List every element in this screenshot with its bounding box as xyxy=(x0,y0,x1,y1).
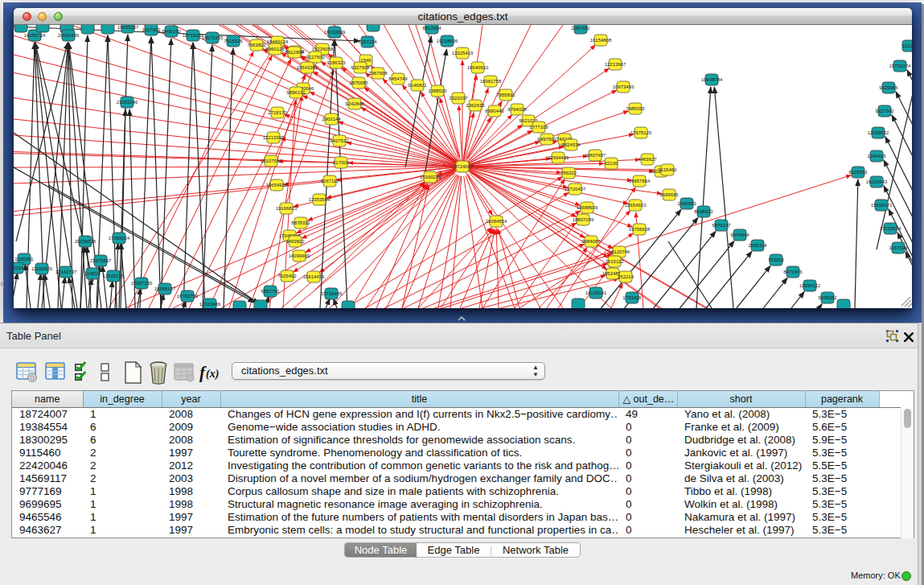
svg-text:9242848: 9242848 xyxy=(345,101,364,106)
svg-text:9146821: 9146821 xyxy=(408,83,427,88)
svg-text:19654935: 19654935 xyxy=(266,183,288,187)
svg-text:10107552: 10107552 xyxy=(261,159,282,163)
svg-text:10807487: 10807487 xyxy=(585,153,606,158)
svg-text:14120746: 14120746 xyxy=(609,249,630,254)
svg-text:15692971: 15692971 xyxy=(871,203,893,208)
svg-text:20691406: 20691406 xyxy=(58,33,80,38)
svg-text:19384554: 19384554 xyxy=(486,219,507,224)
svg-text:3186323: 3186323 xyxy=(326,60,346,65)
svg-text:252214: 252214 xyxy=(618,274,634,279)
svg-text:15751074: 15751074 xyxy=(889,64,911,68)
svg-text:1640953: 1640953 xyxy=(677,201,696,206)
svg-text:16033809: 16033809 xyxy=(324,30,346,35)
svg-text:2935114: 2935114 xyxy=(749,243,768,248)
svg-text:17359924: 17359924 xyxy=(109,236,130,241)
svg-text:11156829: 11156829 xyxy=(31,266,52,271)
svg-text:9699695: 9699695 xyxy=(659,192,679,197)
svg-text:1733426: 1733426 xyxy=(622,295,642,300)
svg-text:3322037: 3322037 xyxy=(449,96,468,101)
svg-text:9127503: 9127503 xyxy=(306,55,325,60)
svg-text:9327508: 9327508 xyxy=(351,65,370,70)
svg-text:10958107: 10958107 xyxy=(154,286,176,291)
svg-text:8938913: 8938913 xyxy=(694,209,713,214)
svg-text:2087682: 2087682 xyxy=(571,26,590,31)
svg-text:20364436: 20364436 xyxy=(548,155,569,160)
svg-text:3875685: 3875685 xyxy=(349,80,368,85)
svg-text:9794028: 9794028 xyxy=(507,107,527,112)
svg-text:2718170: 2718170 xyxy=(268,110,287,115)
svg-text:12505135: 12505135 xyxy=(103,274,125,278)
svg-text:12213967: 12213967 xyxy=(605,62,626,67)
svg-text:9427512: 9427512 xyxy=(330,138,349,143)
svg-text:17016514: 17016514 xyxy=(880,226,901,231)
svg-text:7515526: 7515526 xyxy=(224,39,243,43)
svg-text:3824534: 3824534 xyxy=(561,142,581,147)
svg-text:3493822: 3493822 xyxy=(285,239,305,244)
svg-text:12323466: 12323466 xyxy=(199,302,221,307)
svg-text:1777109: 1777109 xyxy=(529,125,548,130)
svg-text:7357224: 7357224 xyxy=(358,39,377,44)
svg-text:1362615: 1362615 xyxy=(466,103,485,108)
svg-text:12093822: 12093822 xyxy=(868,130,889,135)
svg-text:1244415: 1244415 xyxy=(867,154,886,159)
svg-text:16543362: 16543362 xyxy=(297,65,318,70)
svg-text:12213369: 12213369 xyxy=(263,135,285,140)
svg-text:8471676: 8471676 xyxy=(783,270,803,274)
svg-text:8960128: 8960128 xyxy=(265,47,285,51)
svg-text:16640910: 16640910 xyxy=(467,65,489,70)
svg-text:14136141: 14136141 xyxy=(585,290,607,295)
svg-text:17957255: 17957255 xyxy=(131,281,153,286)
svg-text:19166823: 19166823 xyxy=(276,206,298,211)
svg-text:114519: 114519 xyxy=(84,271,101,276)
svg-text:4463627: 4463627 xyxy=(638,157,657,162)
svg-text:39154: 39154 xyxy=(14,266,24,270)
svg-text:10654112: 10654112 xyxy=(799,283,821,288)
svg-text:1615112: 1615112 xyxy=(606,259,625,264)
svg-text:9115460: 9115460 xyxy=(659,167,678,172)
svg-text:15716485: 15716485 xyxy=(321,291,343,296)
svg-text:10688609: 10688609 xyxy=(577,205,598,210)
svg-text:6497503: 6497503 xyxy=(537,137,556,142)
svg-text:7955812: 7955812 xyxy=(496,93,515,97)
svg-text:62100: 62100 xyxy=(605,161,618,166)
svg-text:9245052: 9245052 xyxy=(818,295,837,300)
svg-text:763262: 763262 xyxy=(768,257,785,262)
svg-text:2903144: 2903144 xyxy=(322,117,341,122)
svg-text:21053346: 21053346 xyxy=(117,100,138,105)
svg-text:16782759: 16782759 xyxy=(177,294,199,299)
svg-text:17975125: 17975125 xyxy=(630,130,652,135)
svg-text:14099469: 14099469 xyxy=(289,253,310,258)
svg-text:10648784: 10648784 xyxy=(701,77,723,82)
svg-text:8813054: 8813054 xyxy=(422,26,441,31)
svg-text:786322: 786322 xyxy=(561,171,577,175)
svg-text:23975867: 23975867 xyxy=(90,258,112,263)
svg-text:15226058: 15226058 xyxy=(312,47,334,51)
svg-text:15720407: 15720407 xyxy=(565,187,586,192)
svg-text:16671355: 16671355 xyxy=(202,35,224,40)
svg-text:13325419: 13325419 xyxy=(452,51,474,56)
svg-text:2967608: 2967608 xyxy=(368,71,388,76)
svg-text:9684067: 9684067 xyxy=(581,239,601,244)
svg-text:19218506: 19218506 xyxy=(437,39,458,43)
svg-text:16961758: 16961758 xyxy=(480,79,502,84)
svg-text:20206536: 20206536 xyxy=(75,239,97,244)
svg-text:6879197: 6879197 xyxy=(712,223,731,228)
svg-text:10653267: 10653267 xyxy=(117,25,139,30)
svg-text:12342737: 12342737 xyxy=(55,270,77,274)
svg-text:8454749: 8454749 xyxy=(388,76,408,81)
svg-text:9857791: 9857791 xyxy=(261,289,280,294)
svg-text:7485063: 7485063 xyxy=(626,106,645,111)
svg-text:1388520: 1388520 xyxy=(428,89,447,93)
svg-text:9329966: 9329966 xyxy=(879,85,898,90)
svg-text:8115953: 8115953 xyxy=(849,170,869,175)
svg-text:16210643: 16210643 xyxy=(866,179,888,184)
svg-text:1335061: 1335061 xyxy=(14,257,34,262)
svg-text:16914479: 16914479 xyxy=(303,274,325,279)
svg-text:9474444: 9474444 xyxy=(730,233,749,237)
svg-text:1527602: 1527602 xyxy=(142,27,161,32)
svg-text:(x): (x) xyxy=(206,368,219,381)
svg-text:217006: 217006 xyxy=(333,160,350,165)
svg-text:14957864: 14957864 xyxy=(629,179,651,183)
svg-text:6466160: 6466160 xyxy=(162,29,181,34)
svg-text:14055724: 14055724 xyxy=(24,33,46,38)
